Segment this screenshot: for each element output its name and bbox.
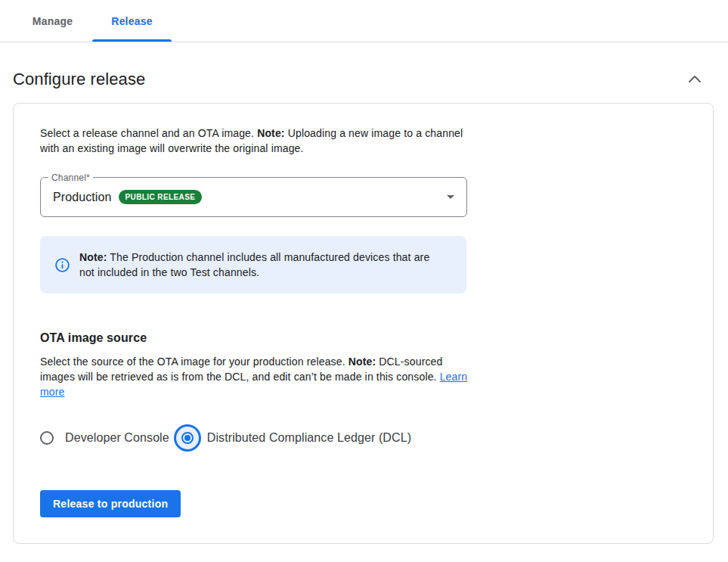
note-banner-text: Note: The Production channel includes al… [79, 250, 442, 280]
ota-desc-part1: Select the source of the OTA image for y… [40, 356, 349, 368]
channel-select-value: Production [53, 191, 112, 204]
public-release-badge: PUBLIC RELEASE [119, 190, 203, 204]
page-title: Configure release [13, 70, 145, 89]
tab-release[interactable]: Release [92, 0, 172, 42]
info-icon [55, 258, 70, 272]
intro-note-bold: Note: [257, 127, 285, 139]
radio-dcl-dot [184, 435, 191, 441]
ota-source-description: Select the source of the OTA image for y… [40, 354, 469, 399]
configure-release-card: Select a release channel and an OTA imag… [13, 103, 714, 544]
radio-dcl-ring [181, 432, 194, 444]
chevron-up-icon [686, 70, 704, 88]
tab-manage[interactable]: Manage [13, 0, 92, 42]
radio-developer-console[interactable] [40, 431, 54, 445]
radio-dcl-label[interactable]: Distributed Compliance Ledger (DCL) [207, 431, 411, 445]
release-to-production-button[interactable]: Release to production [40, 490, 181, 517]
note-bold: Note: [79, 251, 107, 263]
tab-release-label: Release [111, 15, 152, 27]
tab-bar: Manage Release [0, 0, 728, 42]
collapse-section-button[interactable] [684, 69, 705, 90]
ota-source-heading: OTA image source [40, 331, 686, 345]
dropdown-arrow-icon [447, 195, 454, 199]
tab-manage-label: Manage [33, 15, 73, 27]
note-banner: Note: The Production channel includes al… [40, 236, 466, 293]
intro-text: Select a release channel and an OTA imag… [40, 126, 477, 156]
section-header: Configure release [0, 69, 728, 90]
ota-desc-note-bold: Note: [349, 356, 376, 368]
channel-select[interactable]: Channel* Production PUBLIC RELEASE [40, 177, 467, 217]
ota-source-radio-group: Developer Console Distributed Compliance… [40, 424, 686, 452]
note-body: The Production channel includes all manu… [79, 251, 429, 278]
active-tab-indicator [92, 39, 172, 42]
intro-part1: Select a release channel and an OTA imag… [40, 127, 257, 139]
radio-dcl[interactable] [174, 424, 201, 452]
channel-select-label: Channel* [48, 172, 93, 183]
radio-developer-console-label[interactable]: Developer Console [65, 431, 169, 445]
